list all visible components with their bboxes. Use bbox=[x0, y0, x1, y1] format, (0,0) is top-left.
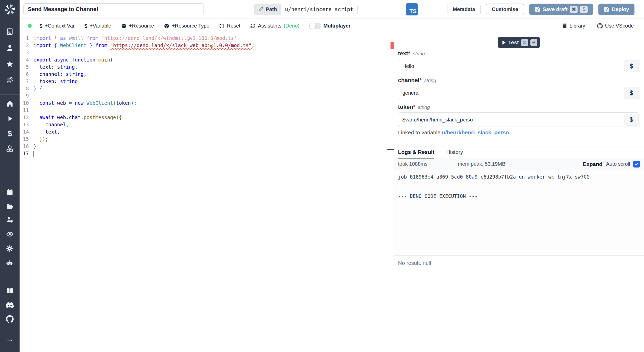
code-line[interactable]: 12 await web.chat.postMessage({ bbox=[20, 114, 394, 121]
code-line[interactable]: 8) { bbox=[20, 85, 394, 92]
line-number: 9 bbox=[20, 92, 29, 99]
editor-toolbar: $ +Context Var $ +Variable +Resource +Re… bbox=[20, 19, 644, 33]
multiplayer-toggle[interactable] bbox=[309, 23, 321, 29]
variable-link[interactable]: u/henri/henri_slack_perso bbox=[442, 129, 509, 135]
tab-logs-result[interactable]: Logs & Result bbox=[398, 146, 434, 159]
add-context-var-button[interactable]: $ +Context Var bbox=[39, 23, 75, 29]
arg-input-text[interactable] bbox=[398, 59, 640, 73]
kbd-cmd: ⌘ bbox=[521, 39, 528, 46]
error-marker bbox=[391, 42, 394, 49]
line-number: 3 bbox=[20, 49, 29, 56]
code-line[interactable]: 2import { WebClient } from "https://deno… bbox=[20, 42, 394, 49]
kbd-enter: ↵ bbox=[530, 39, 537, 46]
code-line[interactable]: 5 text: string, bbox=[20, 63, 394, 71]
save-draft-button[interactable]: Save draft ⌘ S bbox=[529, 4, 593, 15]
use-vscode-button[interactable]: Use VScode bbox=[597, 23, 634, 29]
code-line[interactable]: 1import * as wmill from 'https://deno.la… bbox=[20, 34, 394, 42]
arg-label: text*string bbox=[398, 50, 640, 57]
text-cursor bbox=[33, 151, 34, 157]
line-number: 12 bbox=[20, 114, 29, 121]
deploy-label: Deploy bbox=[612, 6, 629, 12]
arrow-right-icon[interactable]: → bbox=[0, 335, 20, 343]
play-icon[interactable] bbox=[0, 114, 20, 123]
package-icon bbox=[164, 23, 170, 29]
test-button[interactable]: Test ⌘ ↵ bbox=[498, 37, 540, 48]
code-editor[interactable]: 1import * as wmill from 'https://deno.la… bbox=[20, 33, 394, 352]
assistants-lang: (Deno) bbox=[284, 23, 299, 29]
insert-variable-button[interactable]: $ bbox=[624, 87, 639, 99]
code-line[interactable]: 13 channel, bbox=[20, 121, 394, 128]
script-title-input[interactable] bbox=[23, 3, 204, 15]
code-line[interactable]: 3 bbox=[20, 49, 394, 56]
deploy-button[interactable]: Deploy bbox=[598, 4, 634, 15]
tab-history[interactable]: History bbox=[446, 146, 463, 159]
star-icon[interactable] bbox=[0, 60, 20, 68]
reset-button[interactable]: Reset bbox=[219, 23, 240, 29]
robot-icon[interactable] bbox=[0, 259, 20, 267]
code-line[interactable]: 15 }); bbox=[20, 135, 394, 143]
book-open-icon[interactable] bbox=[0, 286, 20, 295]
metadata-button[interactable]: Metadata bbox=[447, 4, 481, 15]
assistants-button[interactable]: Assistants (Deno) bbox=[250, 23, 299, 29]
header-actions: Metadata Customise Save draft ⌘ S Deploy bbox=[447, 4, 634, 15]
code-line[interactable]: 6 channel: string, bbox=[20, 71, 394, 78]
home-icon[interactable] bbox=[0, 99, 20, 108]
code-line[interactable]: 17 bbox=[20, 150, 394, 157]
mem-peak: mem peak: 53.19MB bbox=[458, 161, 506, 167]
windmill-logo-icon[interactable] bbox=[0, 0, 20, 19]
arg-input-channel[interactable] bbox=[398, 86, 640, 100]
multiplayer-control: Multiplayer bbox=[309, 23, 351, 29]
add-variable-button[interactable]: $ +Variable bbox=[84, 23, 111, 29]
run-meta-bar: took 1088ms mem peak: 53.19MB Expand Aut… bbox=[394, 159, 644, 170]
save-icon bbox=[535, 7, 540, 12]
path-pill[interactable]: Path u/henri/sincere_script bbox=[254, 4, 358, 15]
logs-output[interactable]: job 018963e4-a369-5cd0-80a9-c6d298b7fb2a… bbox=[394, 170, 644, 256]
book-icon bbox=[562, 23, 567, 29]
path-value[interactable]: u/henri/sincere_script bbox=[281, 4, 357, 15]
folder-open-icon[interactable] bbox=[0, 202, 20, 211]
autoscroll-label: Auto scroll bbox=[606, 161, 630, 167]
gear-icon[interactable] bbox=[0, 244, 20, 253]
line-number: 14 bbox=[20, 128, 29, 135]
code-line[interactable]: 10 const web = new WebClient(token); bbox=[20, 99, 394, 107]
arg-type: string bbox=[418, 104, 430, 110]
expand-button[interactable]: Expand bbox=[583, 161, 603, 167]
user-icon[interactable] bbox=[0, 43, 20, 52]
windmill-app: $ bbox=[0, 0, 644, 352]
code-line[interactable]: 9 bbox=[20, 92, 394, 99]
refresh-icon bbox=[250, 23, 256, 29]
arg-input-token[interactable] bbox=[398, 112, 640, 127]
add-resource-type-button[interactable]: +Resource Type bbox=[164, 23, 209, 29]
insert-variable-button[interactable]: $ bbox=[624, 60, 639, 72]
line-number: 11 bbox=[20, 107, 29, 114]
code-lines: 1import * as wmill from 'https://deno.la… bbox=[20, 33, 394, 157]
add-resource-button[interactable]: +Resource bbox=[121, 23, 154, 29]
script-arguments: text*string$channel*string$token*string$… bbox=[394, 48, 644, 136]
github-icon[interactable] bbox=[0, 315, 20, 323]
github-icon bbox=[597, 23, 603, 29]
arg-label: channel*string bbox=[398, 77, 640, 84]
sidebar-divider bbox=[0, 19, 20, 19]
library-button[interactable]: Library bbox=[562, 23, 585, 29]
users-gear-icon[interactable] bbox=[0, 215, 20, 224]
autoscroll-checkbox[interactable] bbox=[633, 161, 640, 168]
users-icon[interactable] bbox=[0, 76, 20, 85]
dollar-icon[interactable]: $ bbox=[0, 129, 20, 138]
calendar-icon[interactable] bbox=[0, 188, 20, 197]
code-line[interactable]: 7 token: string bbox=[20, 78, 394, 85]
insert-variable-button[interactable]: $ bbox=[624, 114, 639, 126]
boxes-icon[interactable] bbox=[0, 144, 20, 153]
eye-icon[interactable] bbox=[0, 230, 20, 239]
code-line[interactable]: 14 text, bbox=[20, 128, 394, 135]
line-number: 16 bbox=[20, 143, 29, 150]
code-line[interactable]: 4export async function main( bbox=[20, 56, 394, 63]
customise-button[interactable]: Customise bbox=[486, 4, 524, 15]
building-icon[interactable] bbox=[0, 27, 20, 36]
arg-field-channel: channel*string$ bbox=[398, 77, 640, 100]
editor-overview-ruler[interactable] bbox=[388, 33, 394, 352]
multiplayer-label: Multiplayer bbox=[323, 23, 351, 29]
code-line[interactable]: 11 bbox=[20, 107, 394, 114]
code-line[interactable]: 16} bbox=[20, 143, 394, 150]
rotate-ccw-icon bbox=[219, 23, 225, 29]
discord-icon[interactable] bbox=[0, 301, 20, 310]
